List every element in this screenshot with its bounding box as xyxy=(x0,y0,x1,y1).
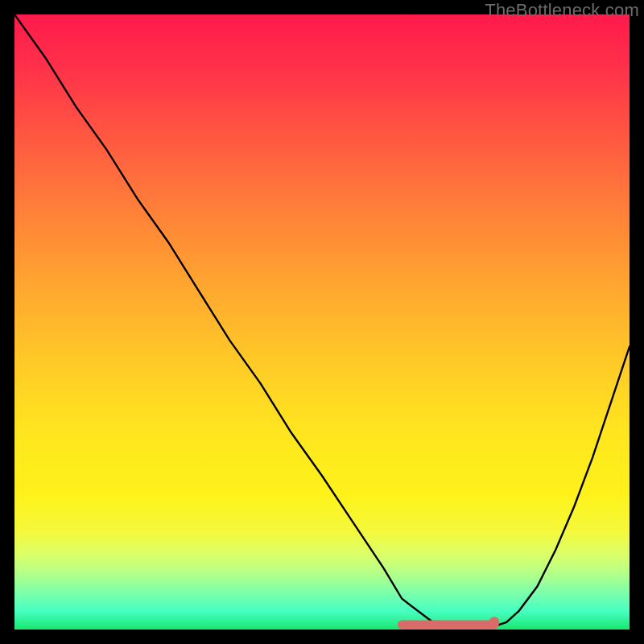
end-dot-marker xyxy=(489,617,499,627)
watermark-text: TheBottleneck.com xyxy=(485,0,639,21)
chart-frame: TheBottleneck.com xyxy=(0,0,644,644)
chart-svg xyxy=(14,14,630,630)
bottleneck-curve xyxy=(14,14,630,627)
